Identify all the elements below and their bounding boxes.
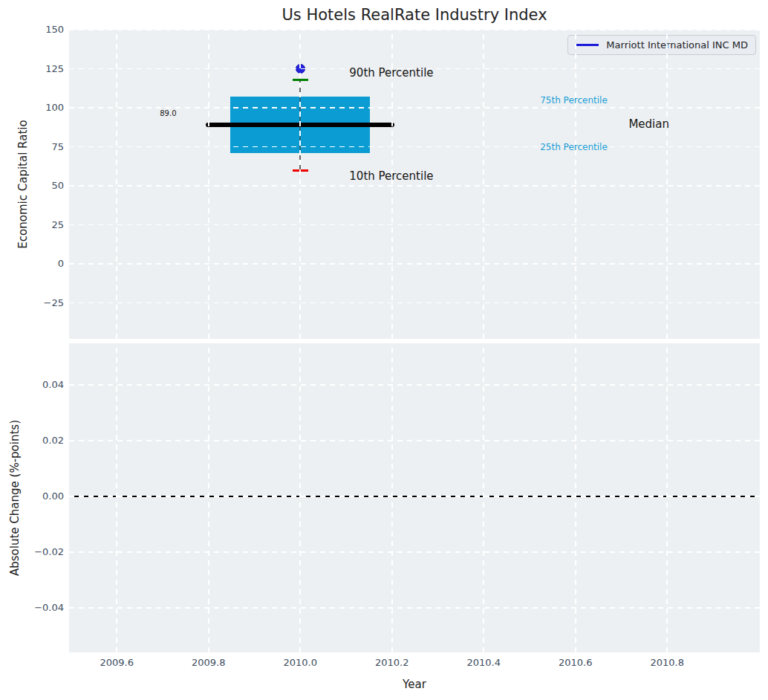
legend: Marriott International INC MD	[567, 35, 756, 55]
annotation: Median	[628, 117, 669, 131]
chart-title: Us Hotels RealRate Industry Index	[282, 6, 547, 24]
y-tick-label: 50	[0, 179, 64, 192]
x-tick-label: 2010.4	[466, 657, 501, 668]
y-tick-label: 0	[0, 257, 64, 270]
gridline-vertical	[666, 30, 668, 339]
y-tick-label: 0.02	[0, 434, 64, 447]
gridline-horizontal	[69, 384, 760, 386]
gridline-horizontal	[69, 440, 760, 441]
x-tick-label: 2009.8	[192, 657, 226, 668]
y-tick-label: 25	[0, 218, 64, 232]
gridline-vertical	[299, 343, 301, 652]
gridline-vertical	[208, 343, 209, 652]
y-tick-label: 75	[0, 140, 64, 154]
gridline-vertical	[299, 30, 301, 339]
bottom-axes	[69, 343, 760, 652]
annotation: 10th Percentile	[349, 169, 433, 183]
gridline-vertical	[391, 343, 393, 652]
legend-line-sample	[576, 44, 599, 46]
y-tick-label: 100	[0, 101, 64, 114]
annotation: 25th Percentile	[540, 142, 608, 152]
gridline-vertical	[483, 343, 484, 652]
x-tick-label: 2009.6	[100, 657, 134, 668]
annotation: 90th Percentile	[349, 66, 433, 80]
gridline-horizontal	[69, 496, 760, 497]
gridline-vertical	[666, 343, 668, 652]
figure: Us Hotels RealRate Industry Index Econom…	[0, 0, 768, 700]
y-tick-label: −25	[0, 296, 64, 310]
x-axis-label: Year	[403, 678, 426, 691]
gridline-horizontal	[69, 551, 760, 553]
x-tick-label: 2010.2	[375, 657, 409, 668]
y-tick-label: 0.00	[0, 490, 64, 503]
gridline-vertical	[575, 343, 576, 652]
annotation: 89.0	[160, 108, 176, 117]
gridline-vertical	[575, 30, 576, 339]
legend-label: Marriott International INC MD	[606, 39, 748, 51]
gridline-horizontal	[69, 302, 760, 304]
x-tick-label: 2010.8	[651, 657, 685, 668]
gridline-horizontal	[69, 185, 760, 187]
y-tick-label: −0.02	[0, 545, 64, 559]
x-tick-label: 2010.6	[559, 657, 593, 668]
y-tick-label: 150	[0, 23, 64, 36]
gridline-horizontal	[69, 224, 760, 226]
annotation: 75th Percentile	[540, 95, 608, 106]
gridline-horizontal	[69, 30, 760, 30]
gridline-horizontal	[69, 146, 760, 148]
top-axes: Marriott International INC MD 90th Perce…	[69, 30, 760, 339]
gridline-vertical	[208, 30, 209, 339]
y-tick-label: −0.04	[0, 601, 64, 615]
gridline-vertical	[116, 343, 117, 652]
gridline-vertical	[483, 30, 484, 339]
y-tick-label: 0.04	[0, 378, 64, 392]
y-tick-label: 125	[0, 62, 64, 76]
gridline-vertical	[116, 30, 117, 339]
x-tick-label: 2010.0	[283, 657, 317, 668]
gridline-horizontal	[69, 607, 760, 609]
gridline-horizontal	[69, 263, 760, 265]
